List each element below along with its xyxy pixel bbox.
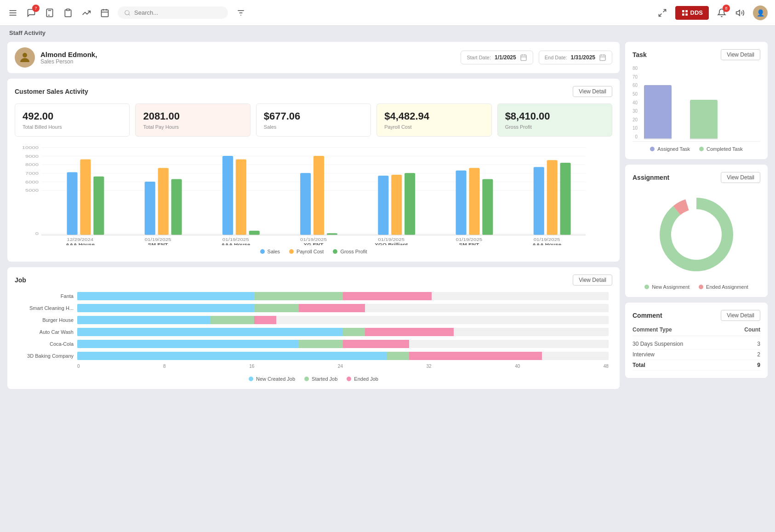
- stat-pay-hours: 2081.00 Total Pay Hours: [135, 103, 250, 137]
- notification-badge: 8: [723, 5, 730, 12]
- stats-row: 492.00 Total Billed Hours 2081.00 Total …: [15, 103, 612, 137]
- header: 7: [0, 0, 775, 26]
- legend-dot-new-assign: [644, 285, 649, 289]
- svg-rect-78: [469, 168, 479, 235]
- svg-point-29: [23, 53, 27, 57]
- legend-dot-sales: [260, 249, 265, 254]
- svg-rect-25: [685, 10, 688, 12]
- main-column: Almond Edmonk, Sales Person Start Date: …: [7, 42, 620, 526]
- donut-svg: [655, 193, 738, 276]
- dds-button[interactable]: DDS: [675, 6, 709, 20]
- svg-text:01/19/2025: 01/19/2025: [145, 237, 171, 241]
- svg-text:01/19/2025: 01/19/2025: [378, 237, 405, 241]
- task-card: Task View Detail 80 70 60 50 40 30 20 10…: [625, 42, 768, 159]
- comment-rows: 30 Days Suspension 3 Interview 2 Total 9: [633, 339, 760, 371]
- legend-dot-gross: [333, 249, 337, 254]
- svg-rect-59: [171, 179, 182, 235]
- filter-icon[interactable]: [235, 7, 246, 18]
- content-area: Almond Edmonk, Sales Person Start Date: …: [0, 36, 775, 532]
- svg-rect-72: [378, 176, 388, 235]
- svg-text:5000: 5000: [25, 188, 39, 193]
- end-date-value: 1/31/2025: [571, 54, 595, 61]
- notification-icon[interactable]: 8: [716, 7, 727, 18]
- avatar[interactable]: 👤: [753, 6, 768, 20]
- svg-text:0: 0: [35, 231, 39, 235]
- task-view-detail-button[interactable]: View Detail: [721, 49, 760, 60]
- svg-rect-52: [67, 172, 77, 235]
- svg-rect-79: [482, 179, 493, 235]
- csa-view-detail-button[interactable]: View Detail: [573, 86, 612, 97]
- task-bars: [644, 66, 718, 139]
- legend-dot-completed: [699, 147, 704, 151]
- task-legend: Assigned Task Completed Task: [633, 146, 760, 152]
- search-icon: [124, 10, 131, 16]
- svg-text:01/19/2025: 01/19/2025: [534, 237, 560, 241]
- svg-rect-63: [236, 159, 246, 235]
- search-input[interactable]: [134, 9, 217, 16]
- svg-text:01/19/2025: 01/19/2025: [222, 237, 249, 241]
- task-assigned-bar: [644, 85, 672, 138]
- svg-text:7000: 7000: [25, 171, 39, 176]
- legend-ended-assignment: Ended Assignment: [699, 284, 748, 290]
- legend-new-assignment: New Assignment: [644, 284, 690, 290]
- job-title: Job: [15, 276, 26, 284]
- calculator-icon[interactable]: [44, 7, 55, 18]
- svg-text:9000: 9000: [25, 154, 39, 158]
- legend-dot-new: [249, 377, 253, 381]
- comment-view-detail-button[interactable]: View Detail: [721, 310, 760, 321]
- start-date-field[interactable]: Start Date: 1/1/2025: [461, 51, 533, 64]
- start-date-value: 1/1/2025: [495, 54, 516, 61]
- clipboard-icon[interactable]: [63, 7, 74, 18]
- chat-badge: 7: [32, 5, 40, 12]
- svg-text:SM ENT: SM ENT: [459, 242, 479, 245]
- sales-legend: Sales Payroll Cost Gross Profit: [15, 249, 612, 254]
- svg-rect-82: [534, 167, 544, 235]
- svg-rect-74: [405, 173, 415, 235]
- assignment-view-detail-button[interactable]: View Detail: [721, 172, 760, 183]
- csa-title: Customer Sales Activity: [15, 88, 88, 95]
- svg-text:01/19/2025: 01/19/2025: [300, 237, 327, 241]
- svg-text:10000: 10000: [22, 145, 39, 149]
- stat-billed-hours: 492.00 Total Billed Hours: [15, 103, 130, 137]
- chat-icon[interactable]: 7: [26, 7, 37, 18]
- stat-gross: $8,410.00 Gross Profit: [497, 103, 612, 137]
- job-bar-row: Burger House: [18, 316, 609, 324]
- expand-icon[interactable]: [657, 7, 668, 18]
- svg-rect-58: [158, 168, 169, 235]
- menu-icon[interactable]: [7, 7, 18, 18]
- job-view-detail-button[interactable]: View Detail: [573, 275, 612, 286]
- end-date-label: End Date:: [545, 55, 567, 60]
- svg-text:SM ENT: SM ENT: [148, 242, 168, 245]
- legend-payroll: Payroll Cost: [289, 249, 324, 254]
- page-title: Staff Activity: [0, 26, 775, 36]
- search-box: [118, 6, 228, 19]
- legend-ended-job: Ended Job: [347, 376, 378, 382]
- legend-completed-task: Completed Task: [699, 146, 743, 152]
- svg-text:01/19/2025: 01/19/2025: [456, 237, 483, 241]
- task-chart-area: 80 70 60 50 40 30 20 10 0: [633, 66, 760, 139]
- svg-rect-69: [327, 233, 337, 235]
- header-left: 7: [7, 6, 657, 19]
- start-date-calendar-icon: [520, 54, 527, 61]
- svg-rect-12: [67, 9, 70, 10]
- comment-row: Interview 2: [633, 349, 760, 360]
- end-date-field[interactable]: End Date: 1/31/2025: [539, 51, 612, 64]
- svg-text:8000: 8000: [25, 162, 39, 167]
- profile-info: Almond Edmonk, Sales Person: [15, 47, 97, 68]
- svg-line-18: [129, 14, 130, 15]
- profile-role: Sales Person: [40, 58, 97, 65]
- svg-rect-34: [600, 55, 605, 61]
- comment-card: Comment View Detail Comment Type Count 3…: [625, 303, 768, 378]
- legend-dot-ended: [347, 377, 351, 381]
- svg-text:12/29/2024: 12/29/2024: [67, 237, 93, 241]
- calendar-icon[interactable]: [99, 7, 110, 18]
- trend-icon[interactable]: [81, 7, 92, 18]
- job-axis: 081624324048: [18, 364, 609, 369]
- job-card: Job View Detail Fanta Smart Cleaning H..…: [7, 267, 620, 389]
- svg-rect-3: [46, 9, 52, 17]
- sales-bar-chart: 1000090008000700060005000012/29/2024AAA …: [15, 144, 612, 245]
- megaphone-icon[interactable]: [735, 7, 746, 18]
- job-bar-row: Fanta: [18, 292, 609, 300]
- svg-rect-67: [300, 173, 311, 235]
- legend-dot-ended-assign: [699, 285, 703, 289]
